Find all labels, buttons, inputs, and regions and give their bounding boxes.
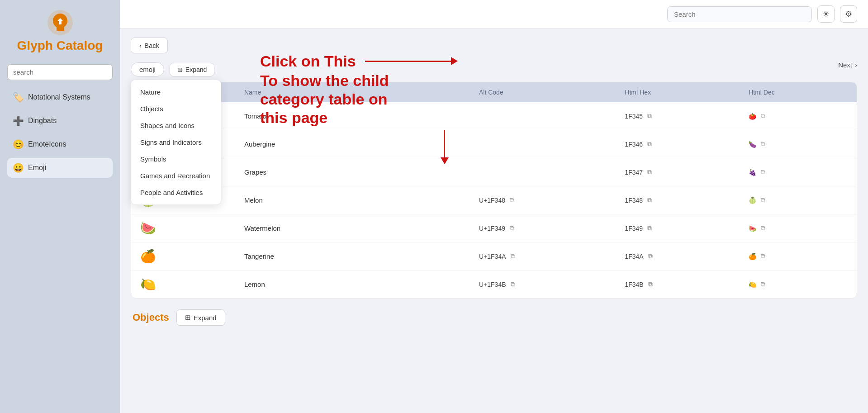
html-dec-value: 🍉 (749, 225, 756, 232)
sidebar-item-emoji[interactable]: 😀 Emoji (7, 158, 113, 178)
copy-html-dec-icon[interactable]: ⧉ (760, 252, 766, 261)
html-hex-value: 1F347 (625, 169, 643, 176)
copy-alt-code-icon[interactable]: ⧉ (509, 195, 515, 205)
table-body: 🍅 Tomato 1F345 ⧉ 🍅 ⧉ (131, 102, 857, 298)
bottom-expand-button[interactable]: ⊞ Expand (176, 309, 225, 326)
sidebar-search-input[interactable] (7, 64, 113, 80)
html-dec-value: 🍋 (749, 281, 756, 288)
settings-button[interactable]: ⚙ (840, 5, 857, 23)
copy-html-dec-icon[interactable]: ⧉ (760, 280, 766, 289)
nav-row: ‹ Back (131, 38, 857, 53)
html-dec-value: 🍆 (749, 141, 756, 148)
copy-html-hex-icon[interactable]: ⧉ (647, 252, 654, 261)
html-hex-value: 1F348 (625, 197, 643, 204)
bottom-expand-icon: ⊞ (185, 313, 191, 322)
name-cell: Watermelon (235, 214, 379, 242)
copy-html-dec-icon[interactable]: ⧉ (760, 167, 766, 177)
html-dec-cell: 🍅 ⧉ (740, 102, 857, 130)
html-hex-cell: 1F34A ⧉ (616, 242, 740, 271)
unicode-cell (379, 102, 470, 130)
name-cell: Lemon (235, 271, 379, 299)
html-hex-value: 1F34A (625, 253, 643, 260)
bottom-category-label: Objects (133, 312, 169, 323)
main-area: ☀ ⚙ ‹ Back Next › Click on This (120, 0, 868, 413)
copy-html-dec-icon[interactable]: ⧉ (760, 195, 766, 205)
expand-label: Expand (185, 66, 207, 73)
sidebar-item-label: Dingbats (28, 117, 57, 125)
html-dec-value: 🍈 (749, 197, 756, 204)
category-dropdown: Nature Objects Shapes and Icons Signs an… (131, 80, 221, 205)
alt-code-cell: U+1F349 ⧉ (470, 214, 616, 242)
unicode-cell (379, 271, 470, 299)
dropdown-item-objects[interactable]: Objects (131, 100, 221, 117)
copy-alt-code-icon[interactable]: ⧉ (510, 280, 516, 289)
copy-html-hex-icon[interactable]: ⧉ (646, 111, 653, 121)
content-area: ‹ Back Next › Click on This To show the … (120, 28, 868, 413)
html-dec-value: 🍅 (749, 113, 756, 120)
sidebar-item-label: EmoteIcons (28, 140, 66, 148)
copy-html-dec-icon[interactable]: ⧉ (760, 223, 766, 233)
copy-html-dec-icon[interactable]: ⧉ (760, 111, 766, 121)
col-html-hex: Html Hex (616, 82, 740, 102)
glyph-catalog-icon (47, 9, 74, 36)
name-cell: Tangerine (235, 242, 379, 271)
dropdown-item-signs[interactable]: Signs and Indicators (131, 134, 221, 151)
topbar-search-input[interactable] (667, 6, 812, 22)
theme-toggle-button[interactable]: ☀ (817, 5, 835, 23)
html-dec-cell: 🍆 ⧉ (740, 130, 857, 158)
html-dec-cell: 🍈 ⧉ (740, 186, 857, 214)
table-row: 🍆 Aubergine 1F346 ⧉ 🍆 ⧉ (131, 130, 857, 158)
table-header: Symbol Name Alt Code Html Hex Html Dec (131, 82, 857, 102)
alt-code-value: U+1F34A (479, 253, 506, 260)
copy-html-hex-icon[interactable]: ⧉ (646, 167, 653, 177)
html-hex-value: 1F34B (625, 281, 643, 288)
copy-html-hex-icon[interactable]: ⧉ (646, 139, 653, 149)
sidebar-item-emotelcons[interactable]: 😊 EmoteIcons (7, 134, 113, 154)
copy-html-hex-icon[interactable]: ⧉ (647, 280, 654, 289)
html-dec-cell: 🍇 ⧉ (740, 158, 857, 186)
alt-code-cell (470, 158, 616, 186)
html-dec-cell: 🍋 ⧉ (740, 271, 857, 299)
html-hex-cell: 1F347 ⧉ (616, 158, 740, 186)
back-button[interactable]: ‹ Back (131, 38, 168, 53)
alt-code-cell: U+1F348 ⧉ (470, 186, 616, 214)
dropdown-item-symbols[interactable]: Symbols (131, 151, 221, 167)
dropdown-item-people[interactable]: People and Activities (131, 184, 221, 201)
sidebar-title: Glyph Catalog (17, 38, 103, 53)
unicode-cell (379, 130, 470, 158)
notational-systems-icon: 🏷️ (13, 92, 24, 103)
html-dec-value: 🍊 (749, 253, 756, 260)
sidebar-item-label: Notational Systems (28, 93, 90, 101)
sidebar-item-notational-systems[interactable]: 🏷️ Notational Systems (7, 87, 113, 107)
name-cell: Melon (235, 186, 379, 214)
sidebar-item-dingbats[interactable]: ➕ Dingbats (7, 111, 113, 131)
gear-icon: ⚙ (845, 9, 852, 19)
dropdown-item-nature[interactable]: Nature (131, 84, 221, 100)
copy-html-hex-icon[interactable]: ⧉ (646, 223, 653, 233)
dingbats-icon: ➕ (13, 115, 24, 126)
html-dec-cell: 🍊 ⧉ (740, 242, 857, 271)
category-pill[interactable]: emoji (131, 62, 164, 76)
dropdown-item-games[interactable]: Games and Recreation (131, 167, 221, 184)
bottom-section: Objects ⊞ Expand (131, 309, 857, 326)
glyph-data-table: Symbol Name Alt Code Html Hex Html Dec 🍅… (131, 82, 857, 298)
copy-html-dec-icon[interactable]: ⧉ (760, 139, 766, 149)
html-dec-value: 🍇 (749, 169, 756, 176)
symbol-cell: 🍉 (131, 214, 235, 242)
glyph-table: Symbol Name Alt Code Html Hex Html Dec 🍅… (131, 82, 857, 299)
sidebar-logo: Glyph Catalog (7, 9, 113, 53)
copy-alt-code-icon[interactable]: ⧉ (509, 223, 515, 233)
unicode-cell (379, 158, 470, 186)
back-label: Back (144, 42, 159, 49)
copy-html-hex-icon[interactable]: ⧉ (646, 195, 653, 205)
emotelcons-icon: 😊 (13, 139, 24, 150)
sidebar: Glyph Catalog 🏷️ Notational Systems ➕ Di… (0, 0, 120, 413)
copy-alt-code-icon[interactable]: ⧉ (510, 252, 516, 261)
alt-code-value: U+1F34B (479, 281, 506, 288)
alt-code-cell (470, 102, 616, 130)
alt-code-cell: U+1F34B ⧉ (470, 271, 616, 299)
html-hex-cell: 1F346 ⧉ (616, 130, 740, 158)
dropdown-item-shapes[interactable]: Shapes and Icons (131, 117, 221, 134)
expand-button[interactable]: ⊞ Expand (170, 63, 214, 76)
unicode-cell (379, 214, 470, 242)
